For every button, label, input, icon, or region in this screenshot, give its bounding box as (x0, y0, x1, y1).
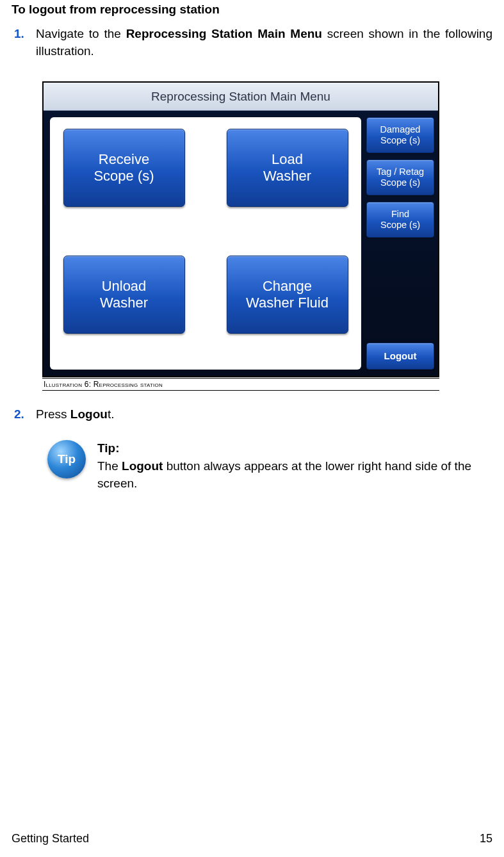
main-pane: Receive Scope (s) Load Washer Unload Was… (50, 117, 361, 370)
unload-washer-button[interactable]: Unload Washer (63, 256, 185, 334)
step-text-pre: Press (36, 407, 70, 421)
step-text-pre: Navigate to the (36, 27, 126, 40)
find-scopes-button[interactable]: Find Scope (s) (366, 202, 434, 238)
steps-list: 1. Navigate to the Reprocessing Station … (14, 26, 492, 493)
tip-body-bold: Logout (122, 459, 163, 473)
step-number: 2. (14, 406, 36, 423)
load-washer-button[interactable]: Load Washer (227, 129, 348, 207)
tip-body-pre: The (97, 459, 122, 473)
damaged-scopes-button[interactable]: Damaged Scope (s) (366, 117, 434, 153)
illustration-block: Reprocessing Station Main Menu Receive S… (42, 81, 439, 391)
logout-button[interactable]: Logout (366, 343, 434, 370)
step-1: 1. Navigate to the Reprocessing Station … (14, 26, 492, 60)
side-pane: Damaged Scope (s) Tag / Retag Scope (s) … (366, 111, 438, 376)
step-body: Navigate to the Reprocessing Station Mai… (36, 26, 492, 60)
section-title: To logout from reprocessing station (12, 3, 492, 17)
page-footer: Getting Started 15 (12, 832, 492, 845)
step-text-bold: Reprocessing Station Main Menu (126, 27, 322, 40)
tip-block: Tip Tip: The Logout button always appear… (47, 440, 492, 493)
screen-body: Receive Scope (s) Load Washer Unload Was… (44, 111, 438, 376)
change-washer-fluid-button[interactable]: Change Washer Fluid (227, 256, 348, 334)
tag-retag-scopes-button[interactable]: Tag / Retag Scope (s) (366, 159, 434, 195)
step-body: Press Logout. (36, 406, 492, 423)
step-number: 1. (14, 26, 36, 60)
tip-body: The Logout button always appears at the … (97, 458, 492, 492)
footer-section: Getting Started (12, 832, 89, 845)
tip-text: Tip: The Logout button always appears at… (97, 440, 492, 493)
step-2: 2. Press Logout. (14, 406, 492, 423)
step-text-post: t. (108, 407, 115, 421)
tip-title: Tip: (97, 440, 492, 457)
illustration-caption: Illustration 6: Reprocessing station (42, 378, 439, 391)
side-spacer (366, 244, 434, 336)
tip-icon: Tip (47, 440, 86, 478)
receive-scopes-button[interactable]: Receive Scope (s) (63, 129, 185, 207)
step-text-bold: Logou (70, 407, 108, 421)
window-titlebar: Reprocessing Station Main Menu (44, 83, 438, 111)
screenshot: Reprocessing Station Main Menu Receive S… (42, 81, 439, 377)
footer-page-number: 15 (480, 832, 492, 845)
